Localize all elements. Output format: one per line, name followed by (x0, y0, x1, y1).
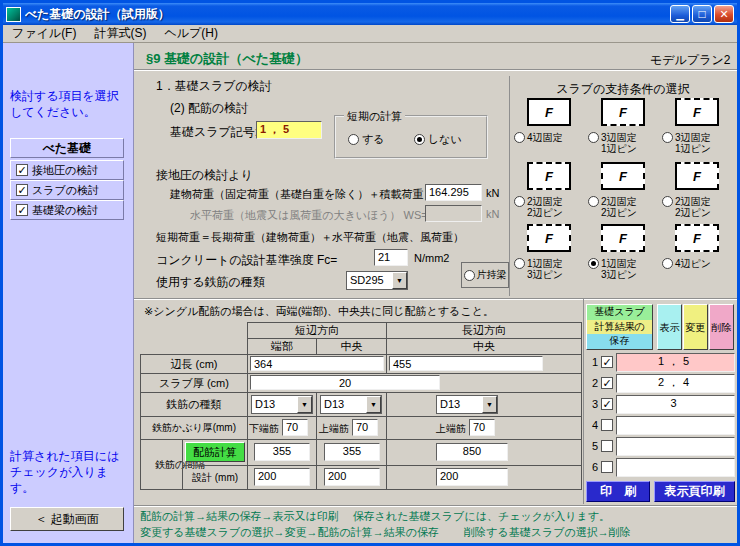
rebar-type-dropdown-end[interactable]: D13 (251, 395, 313, 414)
cover-prefix-end: 下端筋 (249, 422, 279, 436)
saved-checkbox[interactable] (601, 440, 613, 452)
rebar-type-dropdown[interactable]: SD295 (346, 271, 408, 290)
radio-icon[interactable] (662, 258, 673, 269)
spacing-field-center: 355 (324, 443, 380, 461)
sidebar-check-slab[interactable]: スラブの検討 (10, 180, 124, 200)
support-diagram-icon: F (675, 224, 719, 252)
support-diagram-icon: F (601, 98, 645, 126)
radio-icon[interactable] (414, 134, 425, 145)
dropdown-arrow-icon[interactable] (482, 396, 497, 413)
from-contact-label: 接地圧の検討より (156, 167, 253, 184)
radio-icon[interactable] (588, 132, 599, 143)
support-option-2kotei-2pin-c[interactable]: 2辺固定2辺ピン (662, 196, 711, 218)
cover-field-center[interactable]: 70 (352, 419, 378, 436)
radio-icon[interactable] (514, 132, 525, 143)
cantilever-option[interactable]: 片持梁 (461, 262, 509, 288)
close-button[interactable] (714, 5, 734, 23)
support-option-4pin[interactable]: 4辺ピン (662, 258, 711, 269)
cover-field-end[interactable]: 70 (282, 419, 308, 436)
dropdown-arrow-icon[interactable] (392, 272, 407, 289)
step2-label: (2) 配筋の検討 (170, 100, 248, 117)
radio-icon[interactable] (348, 134, 359, 145)
rebar-table: 短辺方向 長辺方向 端部 中央 中央 辺長 (cm) 364 455 スラブ厚 … (140, 322, 582, 490)
header-center-long: 中央 (386, 338, 582, 355)
rebar-type-dropdown-center[interactable]: D13 (320, 395, 382, 414)
radio-icon[interactable] (588, 196, 599, 207)
print-button[interactable]: 印 刷 (586, 481, 650, 502)
support-option-3kotei-1pin-b[interactable]: 3辺固定1辺ピン (662, 132, 711, 154)
checkbox-icon[interactable] (16, 204, 28, 216)
sidebar-check-setchiatsu[interactable]: 接地圧の検討 (10, 160, 124, 180)
spacing-field-end: 355 (254, 443, 310, 461)
support-option-1kotei-3pin-b[interactable]: 1辺固定3辺ピン (588, 258, 637, 280)
support-option-2kotei-2pin-a[interactable]: 2辺固定2辺ピン (514, 196, 563, 218)
app-window: べた基礎の設計（試用版） ファイル(F) 計算式(S) ヘルプ(H) 検討する項… (0, 0, 740, 546)
rebar-type-dropdown-long[interactable]: D13 (436, 395, 498, 414)
slab-slot-field[interactable] (616, 458, 735, 477)
menu-formula[interactable]: 計算式(S) (85, 24, 155, 44)
slab-slot-field[interactable] (616, 416, 735, 435)
fc-field[interactable]: 21 (374, 249, 408, 266)
slab-slot-field[interactable]: 2，4 (616, 374, 735, 393)
radio-icon[interactable] (464, 270, 475, 281)
support-option-2kotei-2pin-b[interactable]: 2辺固定2辺ピン (588, 196, 637, 218)
slab-slot-field[interactable]: 1，5 (616, 353, 735, 372)
dropdown-arrow-icon[interactable] (366, 396, 381, 413)
slab-slot-field[interactable]: 3 (616, 395, 735, 414)
spacing-field-long: 850 (436, 443, 508, 461)
radio-icon[interactable] (662, 196, 673, 207)
cover-prefix-center: 上端筋 (319, 422, 349, 436)
change-button[interactable]: 変更 (683, 304, 708, 350)
short-calc-groupbox: 短期の計算 する しない (334, 115, 488, 159)
saved-checkbox[interactable] (601, 356, 613, 368)
edge-length-short-field: 364 (250, 356, 384, 371)
maximize-button[interactable] (692, 5, 712, 23)
saved-checkbox[interactable] (601, 377, 613, 389)
horizontal-load-unit: kN (486, 208, 499, 220)
print-page-button[interactable]: 表示頁印刷 (654, 481, 735, 502)
dropdown-arrow-icon[interactable] (297, 396, 312, 413)
menu-help[interactable]: ヘルプ(H) (155, 24, 227, 44)
checkbox-icon[interactable] (16, 164, 28, 176)
radio-short-calc-yes[interactable]: する (348, 132, 385, 147)
radio-icon[interactable] (588, 258, 599, 269)
radio-icon[interactable] (514, 258, 525, 269)
support-diagram-icon: F (601, 224, 645, 252)
minimize-button[interactable] (670, 5, 690, 23)
support-option-1kotei-3pin-a[interactable]: 1辺固定3辺ピン (514, 258, 563, 280)
saved-checkbox[interactable] (601, 419, 613, 431)
radio-short-calc-no[interactable]: しない (414, 132, 462, 147)
display-button[interactable]: 表示 (657, 304, 682, 350)
saved-checkbox[interactable] (601, 398, 613, 410)
design-field-center[interactable]: 200 (324, 468, 380, 486)
results-panel-divider (583, 299, 584, 504)
cover-field-long[interactable]: 70 (469, 419, 495, 436)
slab-mark-label: 基礎スラブ記号: (170, 124, 258, 141)
saved-checkbox[interactable] (601, 461, 613, 473)
support-option-3kotei-1pin-a[interactable]: 3辺固定1辺ピン (588, 132, 637, 154)
table-zone-divider (134, 298, 737, 300)
single-rebar-note: ※シングル配筋の場合は、両端(端部)、中央共に同じ配筋とすること。 (144, 304, 494, 319)
radio-icon[interactable] (662, 132, 673, 143)
launch-screen-button[interactable]: ＜ 起動画面 (10, 507, 124, 531)
short-calc-legend: 短期の計算 (344, 109, 405, 124)
cover-prefix-long: 上端筋 (436, 422, 466, 436)
thickness-field[interactable]: 20 (250, 375, 440, 390)
delete-button[interactable]: 削除 (709, 304, 734, 350)
menu-file[interactable]: ファイル(F) (3, 24, 85, 44)
sidebar-check-kisobari[interactable]: 基礎梁の検討 (10, 200, 124, 220)
app-icon (6, 7, 21, 22)
slab-slot-field[interactable] (616, 437, 735, 456)
window-title: べた基礎の設計（試用版） (25, 6, 668, 23)
design-field-long[interactable]: 200 (436, 468, 508, 486)
titlebar[interactable]: べた基礎の設計（試用版） (3, 3, 737, 25)
design-field-end[interactable]: 200 (254, 468, 310, 486)
checkbox-icon[interactable] (16, 184, 28, 196)
radio-icon[interactable] (514, 196, 525, 207)
step1-label: 1．基礎スラブの検討 (156, 78, 272, 95)
slab-mark-field[interactable]: 1，5 (256, 121, 322, 139)
calc-rebar-button[interactable]: 配筋計算 (185, 442, 245, 462)
save-results-button[interactable]: 基礎スラブ 計算結果の 保存 (586, 304, 653, 350)
row-label-cover: 鉄筋かぶり厚(mm) (140, 416, 248, 440)
support-option-4hen-kotei[interactable]: 4辺固定 (514, 132, 563, 143)
